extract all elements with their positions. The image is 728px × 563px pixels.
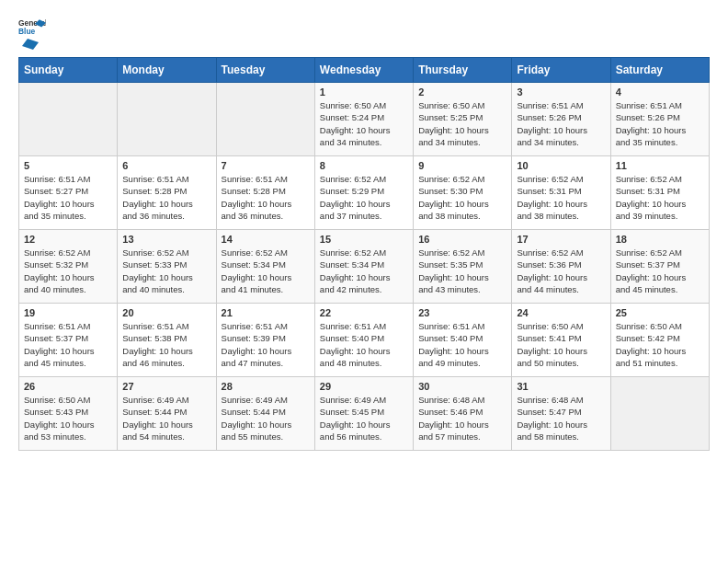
calendar-cell: 8Sunrise: 6:52 AM Sunset: 5:29 PM Daylig…	[314, 156, 413, 230]
day-number: 26	[24, 381, 112, 392]
day-number: 24	[517, 307, 605, 318]
logo: General Blue	[18, 18, 46, 48]
calendar-cell: 17Sunrise: 6:52 AM Sunset: 5:36 PM Dayli…	[512, 230, 610, 304]
day-header-saturday: Saturday	[610, 58, 709, 83]
calendar-cell: 13Sunrise: 6:52 AM Sunset: 5:33 PM Dayli…	[118, 230, 216, 304]
day-number: 3	[517, 86, 605, 98]
calendar-cell: 25Sunrise: 6:50 AM Sunset: 5:42 PM Dayli…	[610, 304, 709, 377]
svg-marker-3	[22, 39, 39, 50]
cell-content: Sunrise: 6:52 AM Sunset: 5:33 PM Dayligh…	[122, 247, 210, 295]
calendar-cell: 29Sunrise: 6:49 AM Sunset: 5:45 PM Dayli…	[314, 377, 413, 451]
cell-content: Sunrise: 6:51 AM Sunset: 5:40 PM Dayligh…	[320, 320, 408, 369]
day-number: 31	[517, 381, 605, 392]
cell-content: Sunrise: 6:50 AM Sunset: 5:25 PM Dayligh…	[418, 99, 506, 148]
calendar-cell: 7Sunrise: 6:51 AM Sunset: 5:28 PM Daylig…	[216, 156, 314, 230]
day-number: 29	[320, 381, 408, 392]
calendar-cell: 26Sunrise: 6:50 AM Sunset: 5:43 PM Dayli…	[19, 377, 118, 451]
cell-content: Sunrise: 6:52 AM Sunset: 5:37 PM Dayligh…	[616, 247, 704, 295]
cell-content: Sunrise: 6:52 AM Sunset: 5:31 PM Dayligh…	[616, 173, 704, 222]
calendar-cell: 11Sunrise: 6:52 AM Sunset: 5:31 PM Dayli…	[610, 156, 709, 230]
logo-arrow-icon	[20, 37, 39, 50]
day-header-sunday: Sunday	[19, 58, 118, 83]
cell-content: Sunrise: 6:52 AM Sunset: 5:30 PM Dayligh…	[418, 173, 506, 222]
day-number: 6	[122, 160, 210, 171]
calendar-cell: 9Sunrise: 6:52 AM Sunset: 5:30 PM Daylig…	[414, 156, 512, 230]
day-number: 9	[418, 160, 506, 171]
cell-content: Sunrise: 6:50 AM Sunset: 5:24 PM Dayligh…	[320, 99, 408, 148]
calendar-cell	[19, 83, 118, 156]
calendar-cell: 4Sunrise: 6:51 AM Sunset: 5:26 PM Daylig…	[610, 83, 709, 156]
calendar-cell: 31Sunrise: 6:48 AM Sunset: 5:47 PM Dayli…	[512, 377, 610, 451]
calendar-cell: 18Sunrise: 6:52 AM Sunset: 5:37 PM Dayli…	[610, 230, 709, 304]
day-number: 25	[616, 307, 704, 318]
day-number: 30	[418, 381, 506, 392]
calendar-cell	[216, 83, 314, 156]
week-row-4: 26Sunrise: 6:50 AM Sunset: 5:43 PM Dayli…	[19, 377, 710, 451]
day-number: 8	[320, 160, 408, 171]
day-number: 20	[122, 307, 210, 318]
calendar-cell: 20Sunrise: 6:51 AM Sunset: 5:38 PM Dayli…	[118, 304, 216, 377]
calendar-cell: 22Sunrise: 6:51 AM Sunset: 5:40 PM Dayli…	[314, 304, 413, 377]
day-number: 4	[616, 86, 704, 98]
calendar-cell: 10Sunrise: 6:52 AM Sunset: 5:31 PM Dayli…	[512, 156, 610, 230]
calendar-cell: 3Sunrise: 6:51 AM Sunset: 5:26 PM Daylig…	[512, 83, 610, 156]
day-number: 12	[24, 234, 112, 245]
calendar-cell: 2Sunrise: 6:50 AM Sunset: 5:25 PM Daylig…	[414, 83, 512, 156]
calendar-cell: 21Sunrise: 6:51 AM Sunset: 5:39 PM Dayli…	[216, 304, 314, 377]
day-number: 23	[418, 307, 506, 318]
cell-content: Sunrise: 6:51 AM Sunset: 5:38 PM Dayligh…	[122, 320, 210, 369]
day-number: 13	[122, 234, 210, 245]
day-number: 7	[222, 160, 310, 171]
cell-content: Sunrise: 6:52 AM Sunset: 5:29 PM Dayligh…	[320, 173, 408, 222]
day-number: 19	[24, 307, 112, 318]
day-number: 28	[222, 381, 310, 392]
week-row-3: 19Sunrise: 6:51 AM Sunset: 5:37 PM Dayli…	[19, 304, 710, 377]
week-row-0: 1Sunrise: 6:50 AM Sunset: 5:24 PM Daylig…	[19, 83, 710, 156]
day-number: 21	[222, 307, 310, 318]
cell-content: Sunrise: 6:52 AM Sunset: 5:35 PM Dayligh…	[418, 247, 506, 295]
day-number: 10	[517, 160, 605, 171]
calendar-cell: 28Sunrise: 6:49 AM Sunset: 5:44 PM Dayli…	[216, 377, 314, 451]
day-header-tuesday: Tuesday	[216, 58, 314, 83]
cell-content: Sunrise: 6:52 AM Sunset: 5:34 PM Dayligh…	[320, 247, 408, 295]
header-row: SundayMondayTuesdayWednesdayThursdayFrid…	[19, 58, 710, 83]
cell-content: Sunrise: 6:51 AM Sunset: 5:28 PM Dayligh…	[222, 173, 310, 222]
calendar-cell: 1Sunrise: 6:50 AM Sunset: 5:24 PM Daylig…	[314, 83, 413, 156]
cell-content: Sunrise: 6:51 AM Sunset: 5:39 PM Dayligh…	[222, 320, 310, 369]
cell-content: Sunrise: 6:50 AM Sunset: 5:41 PM Dayligh…	[517, 320, 605, 369]
cell-content: Sunrise: 6:49 AM Sunset: 5:45 PM Dayligh…	[320, 394, 408, 442]
day-number: 1	[320, 86, 408, 98]
calendar-cell: 23Sunrise: 6:51 AM Sunset: 5:40 PM Dayli…	[414, 304, 512, 377]
cell-content: Sunrise: 6:51 AM Sunset: 5:28 PM Dayligh…	[122, 173, 210, 222]
calendar-cell: 14Sunrise: 6:52 AM Sunset: 5:34 PM Dayli…	[216, 230, 314, 304]
calendar-cell	[118, 83, 216, 156]
svg-text:Blue: Blue	[18, 27, 36, 35]
week-row-2: 12Sunrise: 6:52 AM Sunset: 5:32 PM Dayli…	[19, 230, 710, 304]
day-header-thursday: Thursday	[414, 58, 512, 83]
calendar-cell: 5Sunrise: 6:51 AM Sunset: 5:27 PM Daylig…	[19, 156, 118, 230]
day-header-monday: Monday	[118, 58, 216, 83]
cell-content: Sunrise: 6:52 AM Sunset: 5:32 PM Dayligh…	[24, 247, 112, 295]
day-number: 22	[320, 307, 408, 318]
cell-content: Sunrise: 6:49 AM Sunset: 5:44 PM Dayligh…	[122, 394, 210, 442]
cell-content: Sunrise: 6:51 AM Sunset: 5:37 PM Dayligh…	[24, 320, 112, 369]
day-number: 18	[616, 234, 704, 245]
cell-content: Sunrise: 6:51 AM Sunset: 5:40 PM Dayligh…	[418, 320, 506, 369]
logo-icon: General Blue	[18, 18, 46, 35]
day-number: 2	[418, 86, 506, 98]
cell-content: Sunrise: 6:50 AM Sunset: 5:43 PM Dayligh…	[24, 394, 112, 442]
day-number: 17	[517, 234, 605, 245]
calendar-cell: 6Sunrise: 6:51 AM Sunset: 5:28 PM Daylig…	[118, 156, 216, 230]
cell-content: Sunrise: 6:50 AM Sunset: 5:42 PM Dayligh…	[616, 320, 704, 369]
day-number: 14	[222, 234, 310, 245]
day-number: 16	[418, 234, 506, 245]
cell-content: Sunrise: 6:52 AM Sunset: 5:31 PM Dayligh…	[517, 173, 605, 222]
page-header: General Blue	[18, 18, 710, 48]
cell-content: Sunrise: 6:49 AM Sunset: 5:44 PM Dayligh…	[222, 394, 310, 442]
calendar-cell: 16Sunrise: 6:52 AM Sunset: 5:35 PM Dayli…	[414, 230, 512, 304]
day-number: 5	[24, 160, 112, 171]
calendar-cell: 12Sunrise: 6:52 AM Sunset: 5:32 PM Dayli…	[19, 230, 118, 304]
cell-content: Sunrise: 6:51 AM Sunset: 5:27 PM Dayligh…	[24, 173, 112, 222]
calendar-table: SundayMondayTuesdayWednesdayThursdayFrid…	[18, 57, 710, 451]
cell-content: Sunrise: 6:48 AM Sunset: 5:47 PM Dayligh…	[517, 394, 605, 442]
